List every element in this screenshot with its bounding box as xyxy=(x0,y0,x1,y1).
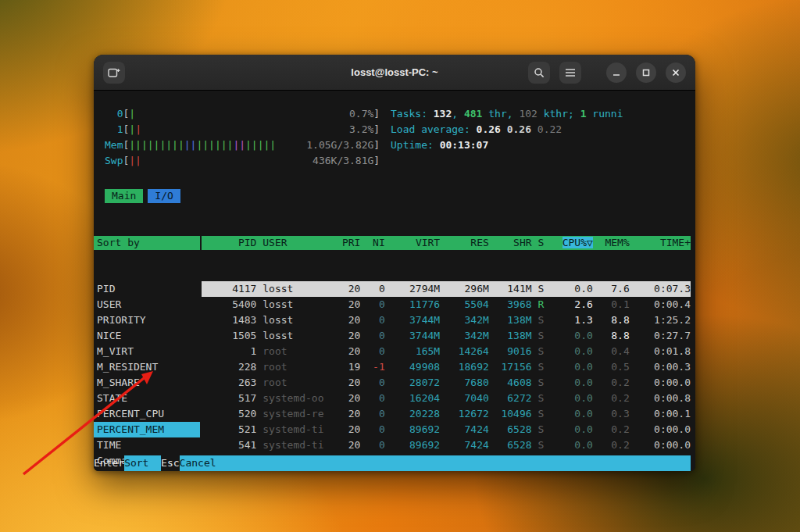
cell-mem: 0.2 xyxy=(593,391,630,406)
cell-s: S xyxy=(532,344,550,359)
footer-key-esc[interactable]: Esc xyxy=(161,455,179,471)
meter-mem: Mem[||||||||||||||||||||||||1.05G/3.82G] xyxy=(105,137,380,153)
function-bar: EnterSort EscCancel xyxy=(94,455,691,471)
process-row[interactable]: 228root19-1499081869217156S0.00.50:00.3 xyxy=(202,359,691,375)
column-header-pid[interactable]: PID xyxy=(202,236,256,250)
sort-item-nice[interactable]: NICE xyxy=(94,328,200,344)
cell-time: 0:00.0 xyxy=(630,375,691,391)
column-header-mem[interactable]: MEM% xyxy=(593,236,630,250)
cell-shr: 3968 xyxy=(489,297,532,312)
sort-item-state[interactable]: STATE xyxy=(94,391,200,406)
cell-user: root xyxy=(256,344,330,359)
search-icon xyxy=(534,67,545,78)
cell-pid: 5400 xyxy=(202,297,256,312)
column-header-cpu[interactable]: CPU%▽ xyxy=(550,236,593,250)
process-row[interactable]: 521systemd-ti2008969274246528S0.00.20:00… xyxy=(202,422,691,437)
cell-pid: 520 xyxy=(202,406,256,422)
process-row[interactable]: 520systemd-re200202281267210496S0.00.30:… xyxy=(202,406,691,422)
cell-user: losst xyxy=(256,281,330,297)
cell-time: 0:00.0 xyxy=(630,422,691,437)
cell-cpu: 1.3 xyxy=(550,312,593,328)
cell-virt: 20228 xyxy=(385,406,440,422)
search-button[interactable] xyxy=(528,62,550,84)
column-header-time[interactable]: TIME+ xyxy=(630,236,691,250)
sort-item-percent_cpu[interactable]: PERCENT_CPU xyxy=(94,406,200,422)
close-button[interactable] xyxy=(666,62,686,83)
process-table-header[interactable]: PIDUSERPRINIVIRTRESSHRSCPU%▽MEM%TIME+ xyxy=(202,236,691,250)
cell-ni: 0 xyxy=(360,344,384,359)
cell-cpu: 0.0 xyxy=(550,406,593,422)
new-tab-button[interactable] xyxy=(103,62,125,84)
htop-screen: 0[|0.7%]1[||3.2%]Mem[|||||||||||||||||||… xyxy=(94,91,695,471)
column-header-virt[interactable]: VIRT xyxy=(385,236,440,250)
column-header-user[interactable]: USER xyxy=(256,236,330,250)
cell-mem: 8.8 xyxy=(593,328,630,344)
cell-s: R xyxy=(532,297,550,312)
cell-cpu: 2.6 xyxy=(550,297,593,312)
cell-mem: 0.5 xyxy=(593,359,630,375)
cell-pri: 20 xyxy=(330,297,360,312)
menu-button[interactable] xyxy=(559,62,581,84)
cell-s: S xyxy=(532,359,550,375)
sort-item-m_resident[interactable]: M_RESIDENT xyxy=(94,359,200,375)
process-row[interactable]: 517systemd-oo2001620470406272S0.00.20:00… xyxy=(202,391,691,406)
cell-s: S xyxy=(532,422,550,437)
footer-key-enter[interactable]: Enter xyxy=(94,455,124,471)
cell-ni: -1 xyxy=(360,359,384,375)
sort-item-priority[interactable]: PRIORITY xyxy=(94,312,200,328)
cell-time: 0:00.0 xyxy=(630,437,691,453)
process-row[interactable]: 541systemd-ti2008969274246528S0.00.20:00… xyxy=(202,437,691,453)
cell-pid: 263 xyxy=(202,375,256,391)
process-row[interactable]: 5400losst2001177655043968R2.60.10:00.4 xyxy=(202,297,691,312)
sort-item-m_share[interactable]: M_SHARE xyxy=(94,375,200,391)
process-row[interactable]: 1505losst2003744M342M138MS0.08.80:27.7 xyxy=(202,328,691,344)
cell-shr: 6528 xyxy=(489,422,532,437)
process-table: PIDUSERPRINIVIRTRESSHRSCPU%▽MEM%TIME+ 41… xyxy=(202,205,691,471)
column-header-pri[interactable]: PRI xyxy=(330,236,360,250)
cell-mem: 0.2 xyxy=(593,375,630,391)
column-header-shr[interactable]: SHR xyxy=(489,236,532,250)
column-header-ni[interactable]: NI xyxy=(360,236,384,250)
footer-action-cancel[interactable]: Cancel xyxy=(180,455,216,471)
sort-item-time[interactable]: TIME xyxy=(94,437,200,453)
cell-pri: 20 xyxy=(330,344,360,359)
cell-cpu: 0.0 xyxy=(550,281,593,297)
cell-shr: 10496 xyxy=(489,406,532,422)
column-header-res[interactable]: RES xyxy=(440,236,489,250)
minimize-icon xyxy=(612,69,620,77)
titlebar[interactable]: losst@losst-PC: ~ xyxy=(94,55,695,91)
minimize-button[interactable] xyxy=(606,62,627,83)
cell-pri: 20 xyxy=(330,391,360,406)
cell-user: losst xyxy=(256,297,330,312)
cell-pri: 20 xyxy=(330,328,360,344)
column-header-s[interactable]: S xyxy=(532,236,550,250)
cell-time: 0:27.7 xyxy=(630,328,691,344)
cell-user: systemd-ti xyxy=(256,437,330,453)
sort-item-percent_mem[interactable]: PERCENT_MEM xyxy=(94,422,200,437)
sort-item-m_virt[interactable]: M_VIRT xyxy=(94,344,200,359)
process-row[interactable]: 1483losst2003744M342M138MS1.38.81:25.2 xyxy=(202,312,691,328)
cell-res: 7424 xyxy=(440,422,489,437)
maximize-button[interactable] xyxy=(636,62,656,83)
sort-item-user[interactable]: USER xyxy=(94,297,200,312)
cell-res: 18692 xyxy=(440,359,489,375)
process-table-body: 4117losst2002794M296M141MS0.07.60:07.354… xyxy=(202,281,691,471)
tab-i-o[interactable]: I/O xyxy=(148,189,180,203)
cell-user: systemd-re xyxy=(256,406,330,422)
footer-action-sort[interactable]: Sort xyxy=(124,455,161,471)
cell-pid: 4117 xyxy=(202,281,256,297)
sort-item-pid[interactable]: PID xyxy=(94,281,200,297)
sort-menu-title: Sort by xyxy=(94,236,200,250)
cell-time: 1:25.2 xyxy=(630,312,691,328)
cell-s: S xyxy=(532,312,550,328)
process-row[interactable]: 4117losst2002794M296M141MS0.07.60:07.3 xyxy=(202,281,691,297)
cell-shr: 141M xyxy=(489,281,532,297)
cell-pid: 228 xyxy=(202,359,256,375)
process-row[interactable]: 1root200165M142649016S0.00.40:01.8 xyxy=(202,344,691,359)
tab-main[interactable]: Main xyxy=(105,189,143,203)
process-row[interactable]: 263root2002807276804608S0.00.20:00.0 xyxy=(202,375,691,391)
info-line-0: Tasks: 132, 481 thr, 102 kthr; 1 runni xyxy=(391,106,691,122)
desktop: { "colors": { "header_green": "#2cb05f",… xyxy=(0,0,800,532)
cell-pri: 19 xyxy=(330,359,360,375)
cell-pid: 1 xyxy=(202,344,256,359)
